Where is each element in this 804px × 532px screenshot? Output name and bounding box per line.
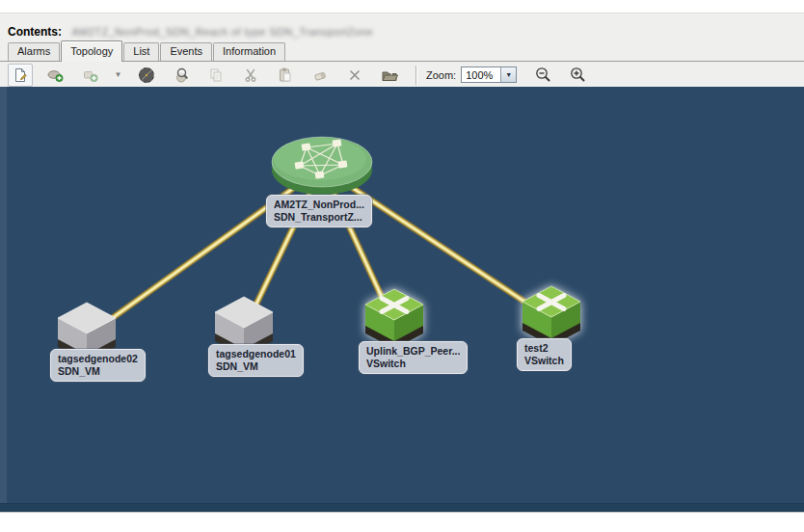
top-margin [0,0,804,13]
contents-value-redacted: AM2TZ_NonProd_SDN_Reach of type SDN_Tran… [71,26,373,38]
node-label-line2: VSwitch [524,355,564,366]
tab-events[interactable]: Events [160,42,212,61]
open-folder-icon [381,67,398,83]
navigate-compass-button[interactable] [134,64,159,87]
add-node-button[interactable] [77,64,102,87]
add-ellipse-button[interactable] [42,64,67,87]
open-folder-button[interactable] [377,64,402,87]
cut-button[interactable] [238,64,263,87]
node-label-line2: SDN_VM [58,365,100,377]
node-label-line1: test2 [524,342,549,354]
toolbar-separator [415,66,416,85]
new-map-icon [13,67,28,83]
zoom-label: Zoom: [426,69,456,81]
topology-canvas[interactable]: AM2TZ_NonProd...SDN_TransportZ... tagsed… [0,87,804,512]
add-ellipse-icon [47,67,64,83]
node-label-transport-zone[interactable]: AM2TZ_NonProd...SDN_TransportZ... [266,195,372,227]
node-label-tagsedgenode01[interactable]: tagsedgenode01SDN_VM [208,344,304,377]
scissors-icon [243,67,258,83]
node-type-dropdown-button[interactable]: ▼ [112,65,124,86]
find-lamp-icon [173,66,190,84]
zoom-value: 100% [462,69,500,81]
delete-button[interactable] [342,64,367,87]
toolbar: ▼ [0,62,804,88]
node-label-uplink-bgp-peer[interactable]: Uplink_BGP_Peer...VSwitch [359,341,468,374]
zoom-select[interactable]: 100% ▼ [461,66,517,83]
paste-button[interactable] [273,64,298,87]
node-label-line1: AM2TZ_NonProd... [274,199,364,210]
delete-x-icon [348,68,362,82]
compass-icon [138,66,155,84]
new-map-button[interactable] [8,64,33,87]
node-label-line1: Uplink_BGP_Peer... [366,345,460,357]
node-label-line2: VSwitch [366,358,406,369]
header-panel: Contents: AM2TZ_NonProd_SDN_Reach of typ… [0,13,804,87]
node-label-line2: SDN_TransportZ... [274,211,362,223]
tab-information[interactable]: Information [213,42,285,61]
tab-alarms[interactable]: Alarms [8,42,60,61]
zoom-in-icon [570,66,586,83]
tab-bar: Alarms Topology List Events Information [0,43,804,62]
zoom-in-button[interactable] [565,64,590,87]
node-label-line1: tagsedgenode01 [216,348,296,359]
copy-button[interactable] [203,64,228,87]
erase-button[interactable] [308,64,333,87]
chevron-down-icon: ▼ [115,70,122,79]
tab-topology[interactable]: Topology [61,40,122,62]
copy-icon [208,67,224,83]
node-label-test2[interactable]: test2VSwitch [517,338,572,371]
clipboard-paste-icon [278,67,293,83]
contents-label: Contents: [8,25,62,39]
node-label-tagsedgenode02[interactable]: tagsedgenode02SDN_VM [50,349,146,382]
tab-list[interactable]: List [123,42,159,61]
contents-row: Contents: AM2TZ_NonProd_SDN_Reach of typ… [8,22,373,38]
find-button[interactable] [169,64,194,87]
zoom-out-button[interactable] [530,64,555,87]
node-label-line1: tagsedgenode02 [58,353,138,364]
topology-window: Contents: AM2TZ_NonProd_SDN_Reach of typ… [0,0,804,532]
combo-chevron-down-icon[interactable]: ▼ [500,67,516,82]
eraser-icon [312,67,328,83]
node-label-line2: SDN_VM [216,360,258,372]
bottom-margin [0,512,804,532]
add-node-icon [82,67,98,83]
zoom-out-icon [535,66,551,83]
